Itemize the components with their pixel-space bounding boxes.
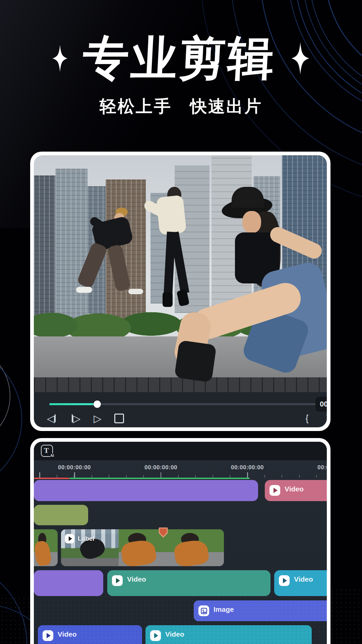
image-badge-icon <box>198 605 209 616</box>
play-badge-icon <box>65 534 74 543</box>
ruler-timecode: 00:00:00:00 <box>144 464 177 471</box>
keyframe-open-button[interactable]: { <box>302 412 312 425</box>
clip-label: Video <box>165 630 184 638</box>
stop-button[interactable] <box>113 412 125 425</box>
seek-slider[interactable] <box>49 403 318 405</box>
timecode-display: 00 <box>315 397 327 412</box>
page-title: 专业剪辑 <box>81 33 277 84</box>
play-badge-icon <box>43 630 53 641</box>
bracket-close-icon: } <box>326 413 327 424</box>
play-badge-icon <box>279 575 290 586</box>
video-preview-card: 00 ◁ ▷ ▷ { <box>30 152 330 431</box>
clip-label: Image <box>214 605 234 613</box>
clip-video-teal2[interactable]: Video <box>145 625 312 644</box>
video-preview-frame <box>34 155 327 392</box>
hero-section: 专业剪辑 轻松上手 快速出片 <box>0 33 362 118</box>
page: 专业剪辑 轻松上手 快速出片 <box>0 0 362 644</box>
sparkle-icon-left <box>51 45 69 72</box>
play-badge-icon <box>112 575 123 586</box>
seek-slider-fill <box>49 403 97 405</box>
deck-wall <box>34 377 327 392</box>
play-button[interactable]: ▷ <box>92 412 104 425</box>
play-badge-icon <box>269 485 280 496</box>
level-line-red <box>34 478 69 479</box>
clip-thumbnail-1[interactable] <box>34 529 58 566</box>
ruler-timecode: 00:00:00:00 <box>58 464 91 471</box>
next-frame-button[interactable]: ▷ <box>69 412 83 425</box>
marker-pin-icon[interactable] <box>158 527 169 539</box>
level-line-green <box>69 478 250 479</box>
timeline-tracks-area[interactable]: 00:00:00:00 00:00:00:00 00:00:00:00 00:0… <box>34 460 327 644</box>
play-badge-icon <box>150 630 161 641</box>
clip-olive[interactable] <box>34 505 88 525</box>
timeline-toolbar: T AI <box>34 442 327 460</box>
clip-video-blue[interactable]: Video <box>38 625 142 644</box>
dot-pattern-bottom-right <box>330 588 362 644</box>
timeline-card: T AI 00:00:00:00 00:00:00:00 00:00:00:00… <box>30 438 330 644</box>
clip-video-cyan[interactable]: Video <box>274 570 327 596</box>
clip-label: Video <box>285 485 304 493</box>
clip-video-teal[interactable]: Video <box>107 570 270 596</box>
ruler-ticks[interactable] <box>34 472 327 478</box>
clip-label: Video <box>127 575 146 583</box>
text-ai-tool-icon[interactable]: T AI <box>41 445 53 457</box>
clip-video-pink[interactable]: Video <box>265 480 327 501</box>
next-frame-icon: ▷ <box>73 413 80 424</box>
playback-controls-bar: 00 ◁ ▷ ▷ { <box>34 392 327 427</box>
clip-label: Label <box>78 535 95 542</box>
page-subtitle: 轻松上手 快速出片 <box>0 95 362 118</box>
seek-slider-thumb[interactable] <box>94 400 101 408</box>
previous-frame-icon: ◁ <box>47 413 55 424</box>
stop-icon <box>114 414 124 423</box>
play-icon: ▷ <box>94 413 101 424</box>
clip-label: Video <box>58 630 77 638</box>
dot-pattern-bottom-left <box>0 596 30 644</box>
clip-purple[interactable] <box>34 570 103 596</box>
ruler-timecode: 00:00:00:00 <box>231 464 264 471</box>
previous-frame-button[interactable]: ◁ <box>44 412 59 425</box>
clip-purple[interactable] <box>34 480 258 501</box>
clip-image[interactable]: Image <box>194 600 327 621</box>
clip-thumbnail-2[interactable]: Label <box>61 529 224 566</box>
clip-label: Video <box>294 575 313 583</box>
keyframe-close-button[interactable]: } <box>323 412 327 425</box>
sparkle-icon-right <box>289 42 311 74</box>
ruler-timecode: 00:00:00:00 <box>317 464 327 471</box>
label-tag: Label <box>65 534 95 543</box>
bracket-open-icon: { <box>305 413 308 424</box>
